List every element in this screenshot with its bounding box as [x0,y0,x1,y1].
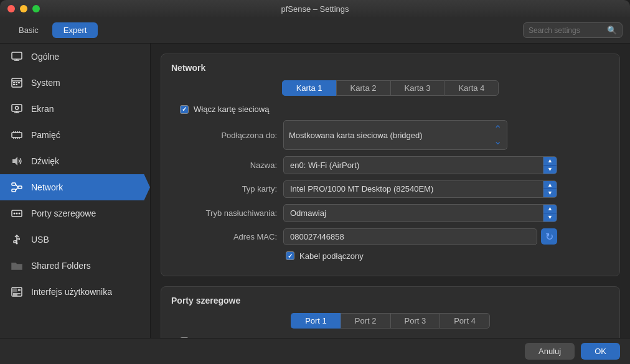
tryb-row: Tryb nasłuchiwania: Odmawiaj ▲ ▼ [171,204,609,222]
cancel-button[interactable]: Anuluj [525,343,575,360]
svg-point-13 [16,106,19,110]
kabel-label: Kabel podłączony [299,251,364,261]
ok-button[interactable]: OK [581,343,620,360]
spinner-up-icon[interactable]: ▲ [543,157,557,165]
bottom-bar: Anuluj OK [0,338,630,364]
network-tab-3[interactable]: Karta 3 [390,80,444,96]
podlaczona-value: Mostkowana karta sieciowa (bridged) [289,131,423,140]
svg-rect-24 [12,183,16,185]
tryb-spinner-up-icon[interactable]: ▲ [543,205,557,213]
network-tabs: Karta 1 Karta 2 Karta 3 Karta 4 [171,80,609,96]
network-tab-4[interactable]: Karta 4 [444,80,499,96]
sidebar: Ogólne System [0,44,151,338]
sound-icon [10,154,24,168]
basic-tab[interactable]: Basic [7,22,50,38]
expert-tab[interactable]: Expert [52,22,98,38]
usb-icon [10,233,24,246]
mac-input[interactable] [283,228,537,245]
typ-spinners[interactable]: ▲ ▼ [543,181,557,198]
nazwa-control: en0: Wi-Fi (AirPort) ▲ ▼ [283,156,609,174]
nazwa-label: Nazwa: [171,161,277,170]
svg-point-32 [19,213,21,215]
svg-rect-37 [14,241,16,243]
sidebar-item-system[interactable]: System [0,70,150,96]
sidebar-item-shared[interactable]: Shared Folders [0,253,150,279]
sidebar-label-usb: USB [31,235,49,245]
sidebar-item-pamiec[interactable]: Pamięć [0,122,150,148]
mac-refresh-button[interactable]: ↻ [541,228,557,245]
toolbar: Basic Expert 🔍 [0,17,630,44]
sidebar-item-ogolne[interactable]: Ogólne [0,44,150,70]
svg-line-27 [16,184,18,187]
network-section-title: Network [171,63,609,73]
svg-rect-26 [18,186,22,189]
svg-rect-5 [13,82,15,83]
port-tab-1[interactable]: Port 1 [291,313,341,329]
sidebar-item-usb[interactable]: USB [0,226,150,253]
network-section: Network Karta 1 Karta 2 Karta 3 Karta 4 … [161,54,620,276]
maximize-button[interactable] [32,5,40,12]
mac-control: ↻ [283,228,609,245]
nazwa-value: en0: Wi-Fi (AirPort) [284,157,543,173]
content-area: Network Karta 1 Karta 2 Karta 3 Karta 4 … [151,44,630,338]
sidebar-item-interfejs[interactable]: Interfejs użytkownika [0,279,150,305]
svg-rect-7 [18,82,20,83]
sidebar-label-network: Network [31,182,63,192]
monitor-icon [10,50,24,63]
sidebar-label-shared: Shared Folders [31,261,91,271]
kabel-checkbox[interactable] [286,251,294,260]
search-box: 🔍 [523,22,623,38]
system-icon [10,76,24,90]
network-tab-2[interactable]: Karta 2 [336,80,390,96]
typ-select[interactable]: Intel PRO/1000 MT Desktop (82540EM) ▲ ▼ [283,180,557,198]
podlaczona-dropdown[interactable]: Mostkowana karta sieciowa (bridged) ⌃⌄ [283,120,507,150]
podlaczona-control: Mostkowana karta sieciowa (bridged) ⌃⌄ [283,120,609,150]
mac-row: Adres MAC: ↻ [171,228,609,245]
tryb-select[interactable]: Odmawiaj ▲ ▼ [283,204,557,222]
typ-row: Typ karty: Intel PRO/1000 MT Desktop (82… [171,180,609,198]
kabel-row: Kabel podłączony [171,251,609,261]
mac-label: Adres MAC: [171,232,277,241]
typ-control: Intel PRO/1000 MT Desktop (82540EM) ▲ ▼ [283,180,609,198]
sidebar-item-network[interactable]: Network [0,174,150,200]
sidebar-label-system: System [31,78,60,88]
nazwa-select[interactable]: en0: Wi-Fi (AirPort) ▲ ▼ [283,156,557,174]
sidebar-item-porty[interactable]: Porty szeregowe [0,200,150,226]
close-button[interactable] [7,5,15,12]
typ-label: Typ karty: [171,184,277,194]
sidebar-label-ekran: Ekran [31,104,54,114]
sidebar-item-dzwiek[interactable]: Dźwięk [0,148,150,174]
svg-rect-25 [12,189,16,192]
nazwa-spinners[interactable]: ▲ ▼ [543,157,557,174]
typ-spinner-down-icon[interactable]: ▼ [543,189,557,197]
sidebar-item-ekran[interactable]: Ekran [0,96,150,122]
window-controls[interactable] [7,5,40,12]
porty-section: Porty szeregowe Port 1 Port 2 Port 3 Por… [161,286,620,338]
spinner-down-icon[interactable]: ▼ [543,166,557,174]
search-input[interactable] [529,26,603,35]
port-tab-4[interactable]: Port 4 [440,313,490,329]
network-tab-1[interactable]: Karta 1 [282,80,336,96]
svg-marker-23 [12,157,17,166]
ports-icon [10,207,24,220]
network-icon [10,180,24,194]
svg-rect-9 [16,84,17,85]
svg-point-31 [16,213,18,215]
nazwa-row: Nazwa: en0: Wi-Fi (AirPort) ▲ ▼ [171,156,609,174]
enable-network-checkbox[interactable] [180,105,189,114]
titlebar: pfSense – Settings [0,0,630,17]
svg-point-38 [16,243,18,245]
typ-spinner-up-icon[interactable]: ▲ [543,181,557,189]
tryb-label: Tryb nasłuchiwania: [171,208,277,218]
dropdown-arrow-icon: ⌃⌄ [494,123,502,147]
podlaczona-label: Podłączona do: [171,131,277,140]
port-tab-3[interactable]: Port 3 [390,313,440,329]
port-tab-2[interactable]: Port 2 [341,313,390,329]
enable-network-row: Włącz kartę sieciową [171,105,609,114]
tryb-spinner-down-icon[interactable]: ▼ [543,213,557,222]
porty-section-title: Porty szeregowe [171,296,609,306]
tryb-spinners[interactable]: ▲ ▼ [543,205,557,222]
tryb-control: Odmawiaj ▲ ▼ [283,204,609,222]
minimize-button[interactable] [20,5,27,12]
display-icon [10,102,24,116]
